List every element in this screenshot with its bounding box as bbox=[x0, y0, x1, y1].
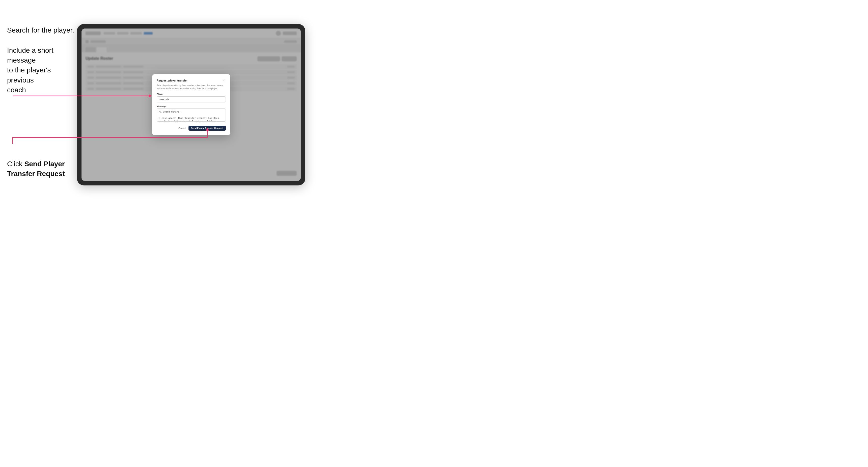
close-icon[interactable]: × bbox=[222, 79, 226, 82]
cancel-button[interactable]: Cancel bbox=[177, 126, 187, 130]
player-input[interactable] bbox=[157, 96, 226, 102]
send-transfer-button[interactable]: Send Player Transfer Request bbox=[188, 126, 226, 131]
dialog-overlay: Request player transfer × If the player … bbox=[82, 29, 301, 181]
message-textarea[interactable]: Hi Coach McHarg, Please accept this tran… bbox=[157, 108, 226, 122]
tablet-device: Update Roster bbox=[77, 24, 305, 185]
player-label: Player bbox=[157, 93, 226, 95]
annotation-step3: Click Send Player Transfer Request bbox=[7, 159, 73, 179]
dialog-header: Request player transfer × bbox=[157, 79, 226, 82]
tablet-screen: Update Roster bbox=[82, 29, 301, 181]
annotation-step1: Search for the player. bbox=[7, 25, 74, 35]
message-label: Message bbox=[157, 105, 226, 107]
request-transfer-dialog: Request player transfer × If the player … bbox=[152, 74, 230, 135]
dialog-title: Request player transfer bbox=[157, 79, 188, 82]
annotation-step2: Include a short messageto the player's p… bbox=[7, 45, 73, 95]
dialog-description: If the player is transferring from anoth… bbox=[157, 84, 226, 90]
dialog-actions: Cancel Send Player Transfer Request bbox=[157, 126, 226, 131]
